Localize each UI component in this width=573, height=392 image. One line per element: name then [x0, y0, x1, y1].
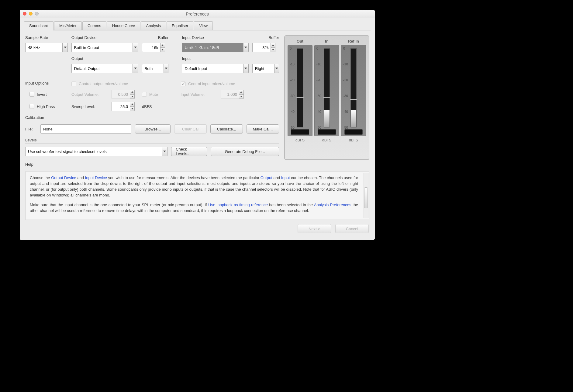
tab-housecurve[interactable]: House Curve [107, 21, 140, 30]
chevron-down-icon[interactable] [274, 64, 279, 73]
titlebar: Preferences [20, 10, 375, 18]
tab-bar: Soundcard Mic/Meter Comms House Curve An… [24, 21, 375, 30]
sweep-level-spinner[interactable] [112, 102, 138, 111]
output-volume-spinner [112, 90, 138, 99]
output-select[interactable] [71, 64, 138, 73]
help-heading: Help [25, 162, 369, 167]
window-title: Preferences [186, 12, 209, 16]
clear-cal-button: Clear Cal [174, 124, 207, 134]
input-device-select[interactable] [182, 43, 249, 52]
output-channel-select[interactable] [142, 64, 169, 73]
close-icon[interactable] [23, 12, 26, 16]
levels-heading: Levels [25, 138, 279, 142]
input-device-link[interactable]: Input Device [85, 175, 107, 180]
label-dbfs: dBFS [142, 104, 152, 109]
tab-equaliser[interactable]: Equaliser [167, 21, 193, 30]
label-buffer-in: Buffer [252, 35, 279, 40]
next-button: Next > [298, 224, 331, 233]
tab-view[interactable]: View [194, 21, 213, 30]
tab-analysis[interactable]: Analysis [141, 21, 166, 30]
check-levels-button[interactable]: Check Levels... [171, 147, 207, 156]
invert-checkbox[interactable]: Invert [29, 92, 68, 97]
output-device-select[interactable] [71, 43, 138, 52]
calibration-heading: Calibration [25, 115, 279, 120]
minimize-icon[interactable] [29, 12, 33, 16]
label-sample-rate: Sample Rate [25, 35, 68, 40]
chevron-down-icon[interactable] [62, 43, 67, 52]
spinner-up-icon[interactable] [271, 43, 275, 47]
preferences-window: Preferences Soundcard Mic/Meter Comms Ho… [20, 10, 375, 240]
soundcard-panel: Out 0 -10 -20 -30 -40 -50 dBFS [20, 30, 375, 240]
generate-debug-button[interactable]: Generate Debug File... [211, 147, 279, 156]
spinner-up-icon[interactable] [130, 102, 134, 106]
meter-in: In 0 -10 -20 -30 -40 -50 dBFS [314, 39, 339, 156]
input-volume-spinner [221, 90, 247, 99]
input-link[interactable]: Input [281, 175, 290, 180]
spinner-up-icon[interactable] [161, 43, 165, 47]
input-channel-select[interactable] [252, 64, 279, 73]
label-input: Input [182, 56, 249, 61]
cancel-button: Cancel [335, 224, 369, 233]
label-input-volume: Input Volume: [181, 92, 217, 97]
label-output-volume: Output Volume: [71, 92, 108, 97]
label-output-device: Output Device [71, 35, 138, 40]
tab-comms[interactable]: Comms [82, 21, 106, 30]
chevron-down-icon[interactable] [133, 64, 138, 73]
tab-soundcard[interactable]: Soundcard [24, 21, 54, 30]
chevron-down-icon[interactable] [162, 147, 167, 156]
mute-checkbox: Mute [142, 92, 158, 97]
zoom-icon [35, 12, 39, 16]
chevron-down-icon[interactable] [243, 43, 249, 52]
label-file: File: [25, 127, 37, 131]
tab-micmeter[interactable]: Mic/Meter [54, 21, 82, 30]
chevron-down-icon[interactable] [133, 43, 138, 52]
label-input-device: Input Device [182, 35, 249, 40]
analysis-prefs-link[interactable]: Analysis Preferences [314, 203, 351, 207]
spinner-down-icon[interactable] [130, 106, 134, 111]
help-scrollbar[interactable] [364, 173, 368, 218]
calibrate-button[interactable]: Calibrate... [210, 124, 243, 134]
chevron-down-icon[interactable] [164, 64, 168, 73]
spinner-down-icon[interactable] [271, 47, 275, 52]
spinner-down-icon[interactable] [161, 47, 165, 52]
output-buffer-spinner[interactable] [142, 43, 169, 52]
help-text: Choose the Output Device and Input Devic… [25, 171, 369, 220]
label-buffer-out: Buffer [142, 35, 169, 40]
highpass-checkbox[interactable]: High Pass [29, 104, 68, 109]
control-input-mixer-checkbox: Control input mixer/volume [181, 82, 235, 86]
level-meters: Out 0 -10 -20 -30 -40 -50 dBFS [284, 35, 369, 160]
chevron-down-icon[interactable] [243, 64, 249, 73]
label-input-options: Input Options [25, 81, 68, 85]
meter-out: Out 0 -10 -20 -30 -40 -50 dBFS [288, 39, 312, 156]
cal-file-field: None [40, 124, 131, 134]
label-output: Output [71, 56, 138, 61]
control-output-mixer-checkbox: Control output mixer/volume [71, 82, 167, 86]
label-sweep-level: Sweep Level: [71, 104, 108, 109]
output-link[interactable]: Output [261, 175, 272, 180]
make-cal-button[interactable]: Make Cal... [247, 124, 279, 134]
input-buffer-spinner[interactable] [252, 43, 279, 52]
loopback-link[interactable]: Use loopback as timing reference [208, 203, 268, 207]
input-select[interactable] [182, 64, 249, 73]
output-device-link[interactable]: Output Device [51, 175, 76, 180]
meter-ref-in: Ref In 0 -10 -20 -30 -40 -50 dBFS [341, 39, 366, 156]
sample-rate-select[interactable] [25, 43, 68, 52]
browse-button[interactable]: Browse... [135, 124, 171, 134]
levels-signal-select[interactable] [25, 147, 167, 156]
